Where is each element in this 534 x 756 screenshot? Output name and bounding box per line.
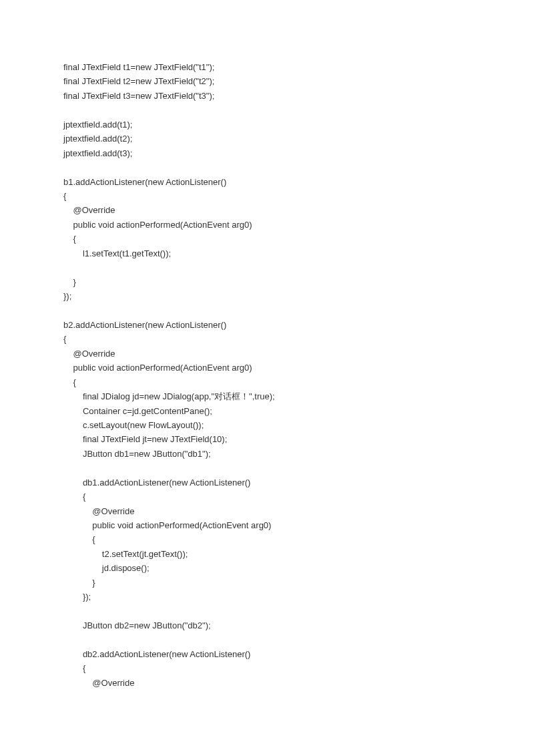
code-block: final JTextField t1=new JTextField("t1")… — [63, 62, 275, 688]
code-page: final JTextField t1=new JTextField("t1")… — [0, 0, 534, 756]
